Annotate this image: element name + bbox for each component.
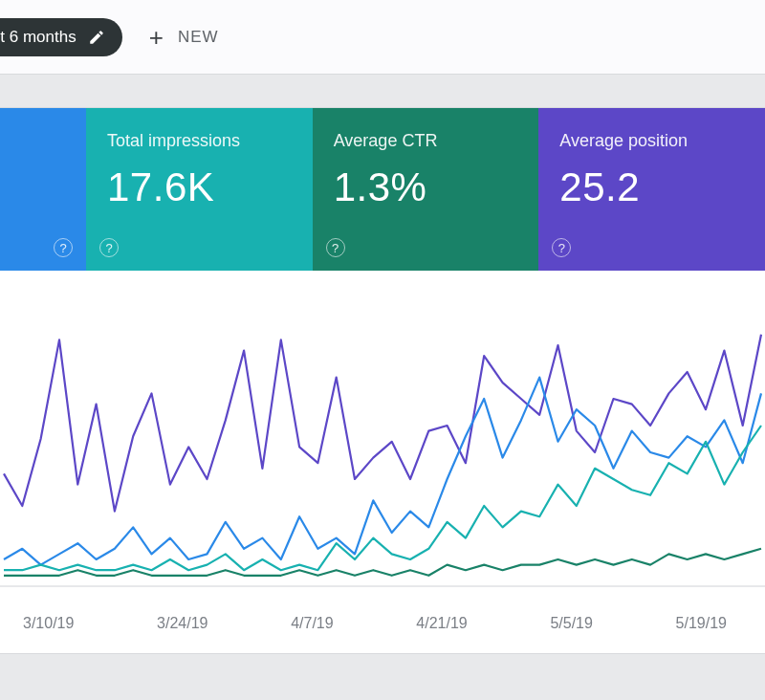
help-icon[interactable]: ? [54,238,73,257]
chart-series-line [4,335,761,512]
new-filter-label: NEW [178,28,219,47]
metric-label: Average CTR [334,131,518,151]
date-range-label: e: Last 6 months [0,28,76,47]
new-filter-button[interactable]: + NEW [149,25,219,50]
metric-tile-position[interactable]: Average position 25.2 ? [538,108,765,271]
x-axis-tick: 4/21/19 [416,615,467,632]
x-axis-tick: 3/24/19 [157,615,208,632]
metric-tile-impressions[interactable]: Total impressions 17.6K ? [86,108,313,271]
metric-label: Average position [559,131,744,151]
metric-label: Total impressions [107,131,292,151]
line-chart-svg [0,309,765,596]
metric-value: 1.3% [334,164,518,210]
date-range-chip[interactable]: e: Last 6 months [0,18,122,56]
metric-tiles: ? Total impressions 17.6K ? Average CTR … [0,108,765,271]
filter-toolbar: e: Last 6 months + NEW [0,0,765,75]
pencil-icon [88,29,105,46]
help-icon[interactable]: ? [99,238,119,257]
metric-tile-ctr[interactable]: Average CTR 1.3% ? [313,108,539,271]
x-axis-tick: 5/5/19 [550,615,592,632]
x-axis-tick: 5/19/19 [676,615,727,632]
chart-series-line [4,378,761,565]
x-axis-tick: 3/10/19 [23,615,74,632]
performance-card: ? Total impressions 17.6K ? Average CTR … [0,107,765,654]
help-icon[interactable]: ? [552,238,571,257]
chart-series-line [4,549,761,576]
x-axis-tick: 4/7/19 [291,615,333,632]
metric-value: 17.6K [107,164,292,210]
metric-value: 25.2 [559,164,744,210]
performance-chart: 3/10/193/24/194/7/194/21/195/5/195/19/19 [0,271,765,615]
help-icon[interactable]: ? [326,238,345,257]
metric-tile-clicks[interactable]: ? [0,108,86,271]
chart-x-axis: 3/10/193/24/194/7/194/21/195/5/195/19/19 [0,596,765,632]
plus-icon: + [149,25,164,50]
